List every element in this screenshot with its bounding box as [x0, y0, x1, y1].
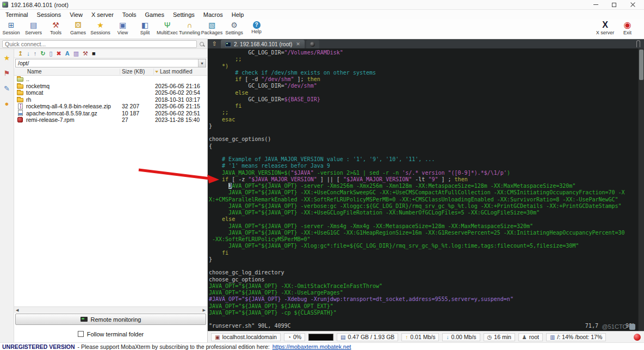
file-icon-cell — [14, 83, 26, 89]
remote-monitoring-button[interactable]: Remote monitoring — [15, 314, 206, 325]
split-button[interactable]: ◧Split — [134, 20, 156, 35]
upload-icon[interactable]: ↑ — [34, 50, 37, 58]
new-tab-button[interactable] — [306, 40, 319, 48]
favorites-star-icon[interactable]: ★ — [4, 54, 10, 62]
file-row[interactable]: apache-tomcat-8.5.59.tar.gz10 1872025-06… — [14, 110, 207, 117]
menu-item-macros[interactable]: Macros — [199, 10, 227, 19]
games-button[interactable]: ⚄Games — [67, 20, 89, 35]
file-row[interactable]: rocketmq-all-4.9.8-bin-release.zip32 207… — [14, 103, 207, 110]
left-body: ★⚑✎● ↥↓↑↻▯✖A▥⚒■ /opt/ ▼ Name Size (KB) L… — [0, 49, 207, 342]
footer-link[interactable]: https://mobaxterm.mobatek.net — [273, 343, 351, 350]
column-size[interactable]: Size (KB) — [120, 69, 154, 75]
file-row[interactable]: .. — [14, 76, 207, 83]
sessions-button[interactable]: ★Sessions — [89, 20, 112, 35]
terminal-line: fi — [209, 103, 644, 109]
menu-item-view[interactable]: View — [65, 10, 87, 19]
menu-item-tools[interactable]: Tools — [118, 10, 141, 19]
follow-terminal-checkbox[interactable] — [78, 331, 84, 337]
file-name: rh — [26, 96, 120, 103]
x-server-button[interactable]: XX server — [594, 20, 616, 35]
tab-up-button[interactable]: ⇧ — [209, 39, 219, 48]
quick-connect-input[interactable] — [2, 40, 197, 48]
file-row[interactable]: remi-release-7.rpm272023-11-28 15:40 — [14, 116, 207, 124]
upload-rate-icon: ↑ — [405, 334, 408, 341]
settings-icon: ⚙ — [231, 20, 238, 30]
settings-button[interactable]: ⚙Settings — [223, 20, 245, 35]
horizontal-scrollbar[interactable]: ◀ ▶ — [14, 306, 207, 313]
view-button[interactable]: ▣View — [112, 20, 134, 35]
scrollbar-thumb[interactable] — [639, 50, 643, 80]
host-value: localhost.localdomain — [222, 334, 276, 340]
column-name[interactable]: Name — [14, 69, 120, 75]
menu-item-help[interactable]: Help — [227, 10, 249, 19]
terminal[interactable]: GC_LOG_DIR="/Volumes/RAMDisk" ;; *) # ch… — [208, 48, 644, 331]
maximize-button[interactable] — [605, 0, 623, 9]
tools-button[interactable]: ⚒Tools — [45, 20, 67, 35]
multiexec-button[interactable]: ΨMultiExec — [156, 20, 178, 35]
sort-icon — [155, 71, 158, 73]
menu-item-x-server[interactable]: X server — [87, 10, 118, 19]
flag-icon[interactable]: ⚑ — [4, 70, 10, 77]
delete-icon[interactable]: ✖ — [57, 50, 61, 58]
minimize-icon — [593, 4, 598, 5]
help-button[interactable]: ?Help — [245, 20, 268, 35]
help-icon: ? — [253, 21, 261, 29]
chevron-down-icon[interactable]: ▼ — [198, 59, 206, 67]
session-icon: ⊞ — [8, 20, 15, 30]
download-rate-segment: ↓0.00 Mb/s — [442, 333, 480, 341]
menu-item-games[interactable]: Games — [141, 10, 169, 19]
download-icon[interactable]: ↓ — [27, 50, 30, 58]
file-row[interactable]: tomcat2025-06-02 20:54 — [14, 89, 207, 96]
user-segment: ♟root — [518, 333, 543, 341]
exit-button[interactable]: ◉Exit — [616, 20, 639, 35]
parent-dir-icon[interactable]: ↥ — [18, 50, 23, 58]
menu-item-settings[interactable]: Settings — [169, 10, 199, 19]
tab-active[interactable]: 2. 192.168.40.101 (root) ✕ — [221, 40, 305, 48]
memory-segment: ▤0.47 GB / 1.93 GB — [337, 333, 398, 341]
terminal-line: JAVA_OPT="${JAVA_OPT} -XX:+UseConcMarkSw… — [209, 189, 644, 196]
menu-item-sessions[interactable]: Sessions — [33, 10, 66, 19]
exec-icon[interactable]: ■ — [92, 50, 96, 58]
file-size: 10 187 — [120, 110, 154, 116]
menu-item-terminal[interactable]: Terminal — [1, 10, 33, 19]
new-file-icon[interactable]: ▯ — [49, 50, 52, 58]
servers-button[interactable]: ▤Servers — [22, 20, 45, 35]
terminal-line: JAVA_MAJOR_VERSION=$("$JAVA" -version 2>… — [209, 170, 644, 176]
session-button[interactable]: ⊞Session — [0, 20, 22, 35]
maximize-icon — [612, 3, 616, 7]
tools-label: Tools — [50, 30, 61, 35]
terminal-scrollbar[interactable] — [638, 48, 644, 331]
refresh-icon[interactable]: ↻ — [40, 50, 45, 58]
macro-dot-icon[interactable]: ● — [5, 100, 9, 108]
red-status-button[interactable] — [634, 334, 641, 341]
download-rate-value: 0.00 Mb/s — [451, 334, 476, 340]
column-modified[interactable]: Last modified — [154, 69, 207, 75]
file-row[interactable]: rh2018-10-31 03:17 — [14, 96, 207, 103]
terminal-line: X:+CMSParallelRemarkEnabled -XX:SoftRefL… — [209, 197, 644, 203]
close-tab-icon[interactable]: ✕ — [296, 41, 300, 47]
file-row[interactable]: rocketmq2025-06-05 21:16 — [14, 83, 207, 90]
rename-icon[interactable]: A — [65, 50, 70, 58]
games-icon: ⚄ — [75, 20, 81, 30]
tunneling-label: Tunneling — [179, 30, 200, 35]
search-icon[interactable] — [200, 42, 204, 46]
scroll-right-icon[interactable]: ▶ — [203, 308, 206, 312]
paperclip-icon[interactable] — [636, 40, 640, 47]
tunneling-button[interactable]: ∩Tunneling — [178, 20, 201, 35]
wrench-icon[interactable]: ⚒ — [83, 50, 88, 58]
minimize-button[interactable] — [586, 0, 605, 9]
host-icon: ▣ — [215, 334, 220, 341]
unregistered-label: UNREGISTERED VERSION — [2, 343, 75, 350]
folder-icon — [17, 84, 23, 89]
terminal-line: choose_gc_options() — [209, 136, 644, 143]
scroll-left-icon[interactable]: ◀ — [16, 308, 18, 312]
chart-icon[interactable]: ▥ — [73, 50, 79, 58]
tunneling-icon: ∩ — [187, 20, 192, 30]
file-modified: 2025-06-05 21:15 — [154, 103, 207, 109]
edit-pencil-icon[interactable]: ✎ — [4, 85, 10, 93]
close-button[interactable] — [623, 0, 642, 9]
app-icon — [2, 2, 8, 8]
packages-button[interactable]: ▧Packages — [201, 20, 223, 35]
path-select[interactable]: /opt/ ▼ — [15, 59, 206, 67]
terminal-line: JAVA_OPT="${JAVA_OPT} -server -Xms256m -… — [209, 183, 644, 189]
